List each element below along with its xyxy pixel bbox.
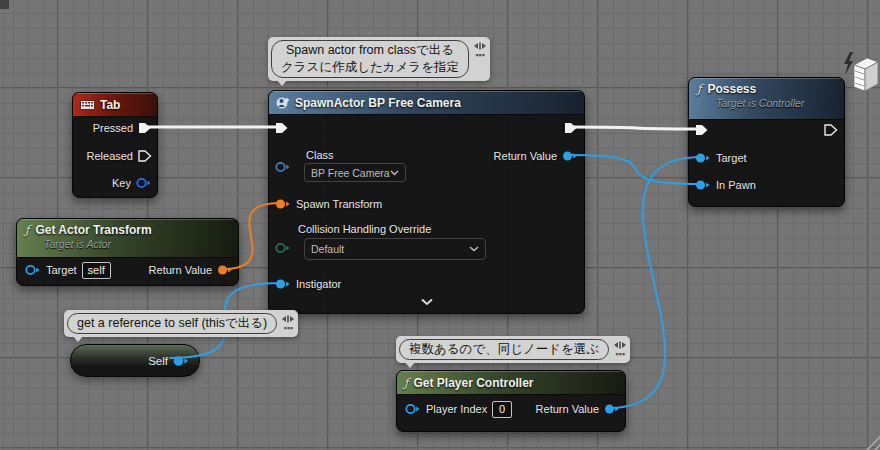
comment-bubble-player: 複数あるので、同じノードを選ぶ ▪▪▪	[396, 336, 630, 363]
comment-text: 複数あるので、同じノードを選ぶ	[399, 339, 609, 360]
enum-pin-collision[interactable]	[275, 242, 291, 254]
node-possess[interactable]: ƒ Possess Target is Controller Target In…	[688, 77, 845, 207]
collision-handling-dropdown[interactable]: Default	[304, 238, 486, 260]
comment-tail	[276, 79, 288, 86]
pin-row-in-pawn: In Pawn	[695, 175, 756, 195]
exec-pin-in[interactable]	[275, 122, 289, 134]
pin-row-released: Released	[87, 146, 152, 166]
object-pin-return-value[interactable]	[562, 150, 578, 162]
class-label: Class	[306, 149, 334, 161]
pin-row-instigator: Instigator	[275, 274, 341, 294]
comment-tail	[72, 335, 84, 342]
exec-pin-in[interactable]	[695, 124, 709, 136]
exec-pin-out[interactable]	[824, 124, 838, 136]
object-pin-target[interactable]	[695, 152, 711, 164]
exec-pin-released[interactable]	[138, 150, 152, 162]
bubble-pin-icon[interactable]	[614, 341, 626, 349]
target-label: Target	[46, 264, 77, 276]
in-pawn-label: In Pawn	[716, 179, 756, 191]
chevron-down-icon	[469, 246, 479, 252]
node-get-actor-transform[interactable]: ƒ Get Actor Transform Target is Actor Ta…	[16, 218, 239, 286]
return-value-label: Return Value	[536, 403, 599, 415]
blueprint-graph-canvas[interactable]: Tab Pressed Released Key	[0, 0, 880, 450]
pin-row-key: Key	[112, 173, 152, 193]
int-pin-player-index[interactable]	[405, 403, 421, 415]
comment-line: Spawn actor from classで出る	[281, 42, 459, 59]
comment-text: Spawn actor from classで出る クラスに作成したカメラを指定	[271, 40, 469, 78]
collision-handling-label: Collision Handling Override	[298, 223, 431, 235]
tab-node-header: Tab	[73, 93, 157, 117]
object-pin-self[interactable]	[173, 355, 189, 367]
possess-node-header: ƒ Possess Target is Controller	[689, 78, 844, 120]
pin-row-return-value: Return Value	[494, 146, 578, 166]
gat-node-header: ƒ Get Actor Transform Target is Actor	[17, 219, 238, 258]
spawnactor-node-title: SpawnActor BP Free Camera	[295, 96, 461, 110]
object-pin-return-value[interactable]	[604, 403, 620, 415]
pin-row-target: Target self	[25, 260, 111, 280]
spawnactor-node-header: SpawnActor BP Free Camera	[269, 91, 584, 115]
keyboard-icon	[80, 100, 95, 110]
gat-node-title: Get Actor Transform	[35, 223, 151, 237]
object-pin-target[interactable]	[25, 264, 41, 276]
comment-line: get a reference to self (thisで出る)	[77, 315, 267, 332]
comment-bubble-spawn: Spawn actor from classで出る クラスに作成したカメラを指定…	[268, 37, 490, 81]
expand-advanced-pins-chevron-icon[interactable]	[420, 298, 433, 306]
transform-pin-return-value[interactable]	[217, 264, 233, 276]
instigator-label: Instigator	[296, 278, 341, 290]
gpc-node-title: Get Player Controller	[413, 376, 533, 390]
pressed-label: Pressed	[93, 122, 133, 134]
pin-row-return-value: Return Value	[149, 260, 233, 280]
comment-line: クラスに作成したカメラを指定	[281, 59, 459, 76]
spawn-transform-label: Spawn Transform	[296, 198, 382, 210]
bubble-pin-icon[interactable]	[474, 42, 486, 50]
collision-selected-value: Default	[311, 243, 344, 255]
class-select-dropdown[interactable]: BP Free Camera	[304, 163, 406, 182]
comment-line: 複数あるので、同じノードを選ぶ	[409, 341, 599, 358]
transform-pin-spawn-transform[interactable]	[275, 198, 291, 210]
exec-pin-out[interactable]	[564, 122, 578, 134]
chevron-down-icon	[390, 170, 399, 176]
released-label: Released	[87, 150, 133, 162]
bubble-dots-icon: ▪▪▪	[475, 53, 485, 58]
bubble-pin-icon[interactable]	[282, 315, 294, 323]
key-label: Key	[112, 177, 131, 189]
player-index-label: Player Index	[426, 403, 487, 415]
possess-node-title: Possess	[707, 82, 756, 96]
comment-bubble-self: get a reference to self (thisで出る) ▪▪▪	[64, 310, 298, 337]
class-selected-value: BP Free Camera	[311, 167, 390, 179]
window-resize-grip[interactable]	[860, 430, 880, 450]
target-self-value[interactable]: self	[82, 262, 111, 279]
comment-text: get a reference to self (thisで出る)	[67, 313, 277, 334]
node-tab-key-event[interactable]: Tab Pressed Released Key	[72, 92, 158, 198]
wire-object-return-to-inpawn	[571, 155, 701, 184]
node-spawnactor[interactable]: SpawnActor BP Free Camera Class BP Free …	[268, 90, 585, 314]
node-self-reference[interactable]: Self	[70, 344, 200, 377]
pin-row-target: Target	[695, 148, 747, 168]
node-get-player-controller[interactable]: ƒ Get Player Controller Player Index 0 R…	[396, 370, 626, 432]
return-value-label: Return Value	[149, 264, 212, 276]
key-pin[interactable]	[136, 177, 152, 189]
grid-origin-marker	[0, 0, 9, 9]
function-icon: ƒ	[404, 376, 408, 390]
exec-pin-pressed[interactable]	[138, 122, 152, 134]
class-pin[interactable]	[275, 161, 291, 173]
return-value-label: Return Value	[494, 150, 557, 162]
target-label: Target	[716, 152, 747, 164]
object-pin-instigator[interactable]	[275, 278, 291, 290]
bubble-dots-icon: ▪▪▪	[283, 326, 293, 331]
spawn-actor-icon	[276, 96, 290, 110]
player-index-value[interactable]: 0	[492, 401, 512, 418]
tab-node-title: Tab	[100, 98, 120, 112]
gpc-node-header: ƒ Get Player Controller	[397, 371, 625, 395]
bubble-dots-icon: ▪▪▪	[615, 352, 625, 357]
pin-row-spawn-transform: Spawn Transform	[275, 194, 382, 214]
authority-cube-icon	[842, 50, 880, 96]
pin-row-player-index: Player Index 0	[405, 399, 512, 419]
possess-node-subtitle: Target is Controller	[716, 97, 836, 109]
function-icon: ƒ	[697, 82, 701, 96]
wire-exec-spawnactor-to-possess	[571, 127, 701, 129]
pin-row-pressed: Pressed	[93, 118, 152, 138]
object-pin-in-pawn[interactable]	[695, 179, 711, 191]
function-icon: ƒ	[25, 223, 29, 237]
gat-node-subtitle: Target is Actor	[44, 238, 230, 250]
